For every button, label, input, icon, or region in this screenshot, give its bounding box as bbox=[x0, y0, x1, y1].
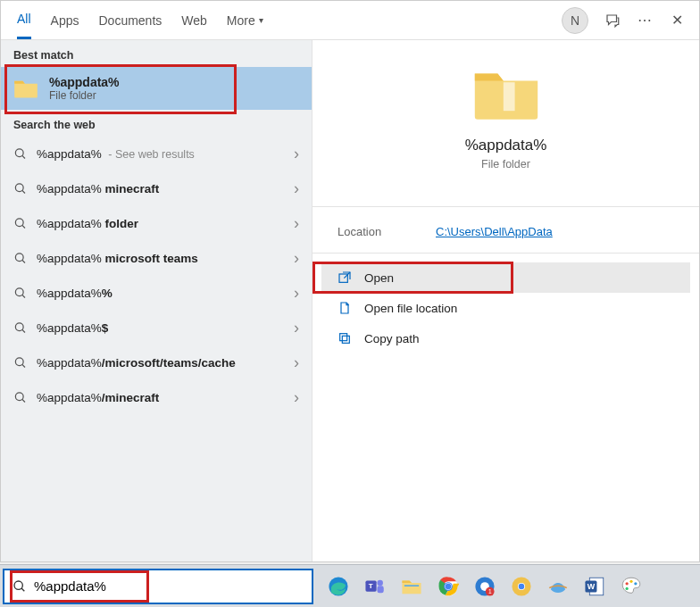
filelocation-icon bbox=[338, 301, 352, 315]
filter-tabs: All Apps Documents Web More▾ bbox=[6, 1, 263, 39]
web-suggestions: %appdata% - See web results › %appdata% … bbox=[1, 137, 312, 415]
suggestion-item[interactable]: %appdata%$ › bbox=[1, 311, 312, 345]
app-icon-1[interactable]: 1 bbox=[471, 572, 499, 601]
search-icon bbox=[13, 391, 28, 404]
tab-apps[interactable]: Apps bbox=[51, 1, 79, 39]
svg-point-31 bbox=[446, 583, 452, 589]
chrome-icon[interactable] bbox=[434, 572, 462, 601]
suggestion-item[interactable]: %appdata%/minecraft › bbox=[1, 380, 312, 415]
suggestion-item[interactable]: %appdata% microsoft teams › bbox=[1, 241, 312, 276]
search-icon bbox=[13, 356, 28, 370]
suggestion-text: %appdata%$ bbox=[37, 321, 285, 335]
best-match-title: %appdata% bbox=[49, 75, 120, 89]
search-icon bbox=[13, 217, 28, 230]
svg-point-6 bbox=[15, 254, 23, 262]
paint-icon[interactable] bbox=[617, 572, 646, 601]
search-web-label: Search the web bbox=[1, 110, 312, 137]
edge-icon[interactable] bbox=[324, 572, 353, 601]
svg-rect-16 bbox=[503, 82, 514, 111]
svg-point-14 bbox=[15, 393, 23, 401]
suggestion-item[interactable]: %appdata%/microsoft/teams/cache › bbox=[1, 345, 312, 380]
location-link[interactable]: C:\Users\Dell\AppData bbox=[436, 225, 553, 238]
svg-text:W: W bbox=[588, 582, 596, 591]
location-label: Location bbox=[338, 225, 436, 238]
action-open-file-location[interactable]: Open file location bbox=[321, 293, 690, 323]
svg-point-2 bbox=[15, 184, 23, 192]
divider bbox=[312, 206, 699, 207]
chevron-right-icon: › bbox=[294, 145, 299, 163]
suggestion-text: %appdata%/minecraft bbox=[37, 391, 285, 404]
svg-line-15 bbox=[22, 399, 25, 402]
svg-point-10 bbox=[15, 323, 23, 331]
best-match-item[interactable]: %appdata% File folder bbox=[1, 67, 312, 110]
svg-point-44 bbox=[634, 582, 637, 585]
header: All Apps Documents Web More▾ N ⋯ ✕ bbox=[1, 1, 699, 40]
svg-line-21 bbox=[21, 588, 24, 591]
svg-point-38 bbox=[519, 583, 525, 589]
suggestion-text: %appdata% folder bbox=[37, 217, 285, 230]
feedback-icon[interactable] bbox=[604, 12, 621, 29]
search-input[interactable] bbox=[34, 578, 141, 594]
results-pane: Best match %appdata% File folder Search … bbox=[1, 40, 312, 561]
explorer-icon[interactable] bbox=[397, 572, 426, 601]
search-icon bbox=[12, 579, 27, 594]
action-list: OpenOpen file locationCopy path bbox=[312, 262, 699, 353]
svg-text:1: 1 bbox=[488, 588, 492, 595]
chevron-right-icon: › bbox=[294, 353, 299, 372]
chevron-right-icon: › bbox=[294, 249, 299, 268]
preview-title: %appdata% bbox=[465, 137, 547, 154]
more-icon[interactable]: ⋯ bbox=[637, 12, 653, 29]
action-label: Copy path bbox=[364, 332, 420, 345]
search-icon bbox=[13, 321, 28, 335]
user-avatar[interactable]: N bbox=[562, 7, 588, 34]
taskbar: T 1 W bbox=[0, 564, 700, 607]
app-icon-2[interactable] bbox=[544, 572, 572, 601]
svg-line-5 bbox=[22, 225, 25, 228]
copy-icon bbox=[338, 331, 352, 345]
action-label: Open file location bbox=[364, 302, 457, 315]
divider bbox=[312, 253, 699, 254]
svg-line-3 bbox=[22, 190, 25, 193]
svg-line-11 bbox=[22, 329, 25, 332]
suggestion-item[interactable]: %appdata% minecraft › bbox=[1, 171, 312, 206]
svg-line-7 bbox=[22, 260, 25, 262]
search-icon bbox=[13, 182, 28, 195]
svg-rect-27 bbox=[404, 585, 419, 586]
best-match-subtitle: File folder bbox=[49, 89, 120, 102]
svg-point-42 bbox=[626, 582, 629, 585]
close-icon[interactable]: ✕ bbox=[669, 12, 685, 29]
folder-icon bbox=[13, 78, 38, 99]
search-icon bbox=[13, 147, 28, 161]
action-copy-path[interactable]: Copy path bbox=[321, 323, 690, 353]
svg-rect-26 bbox=[377, 586, 383, 593]
search-icon bbox=[13, 252, 28, 265]
teams-icon[interactable]: T bbox=[361, 572, 389, 601]
open-icon bbox=[338, 270, 352, 285]
preview-subtitle: File folder bbox=[481, 158, 530, 170]
folder-large-icon bbox=[471, 65, 541, 122]
search-icon bbox=[13, 287, 28, 300]
search-panel: All Apps Documents Web More▾ N ⋯ ✕ Best … bbox=[0, 0, 700, 562]
preview-pane: %appdata% File folder Location C:\Users\… bbox=[312, 40, 699, 561]
tab-more[interactable]: More▾ bbox=[227, 1, 263, 39]
tab-web[interactable]: Web bbox=[181, 1, 207, 39]
action-open[interactable]: Open bbox=[321, 262, 690, 293]
suggestion-item[interactable]: %appdata% folder › bbox=[1, 206, 312, 241]
chrome-canary-icon[interactable] bbox=[507, 572, 536, 601]
taskbar-apps: T 1 W bbox=[313, 572, 646, 601]
taskbar-search[interactable] bbox=[3, 569, 313, 604]
svg-text:T: T bbox=[369, 582, 373, 590]
suggestion-item[interactable]: %appdata%% › bbox=[1, 276, 312, 311]
suggestion-text: %appdata% microsoft teams bbox=[37, 252, 285, 265]
svg-point-4 bbox=[15, 219, 23, 227]
header-actions: N ⋯ ✕ bbox=[562, 7, 694, 34]
chevron-right-icon: › bbox=[294, 179, 299, 198]
svg-line-13 bbox=[22, 364, 25, 367]
body: Best match %appdata% File folder Search … bbox=[1, 40, 699, 561]
suggestion-item[interactable]: %appdata% - See web results › bbox=[1, 137, 312, 171]
svg-line-1 bbox=[22, 155, 25, 158]
suggestion-text: %appdata% minecraft bbox=[37, 182, 285, 195]
word-icon[interactable]: W bbox=[580, 572, 609, 601]
tab-all[interactable]: All bbox=[17, 1, 31, 39]
tab-documents[interactable]: Documents bbox=[98, 1, 162, 39]
